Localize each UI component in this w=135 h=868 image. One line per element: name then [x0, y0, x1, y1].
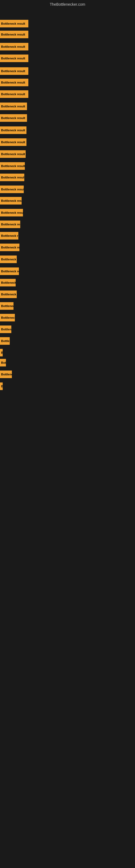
- bar-row: Bottleneck result: [0, 114, 135, 122]
- bottleneck-bar: Bottleneck result: [0, 79, 28, 86]
- bar-row: Bottleneck result: [0, 290, 135, 298]
- bar-label: Bottleneck result: [1, 188, 24, 191]
- bar-row: Bottleneck result: [0, 162, 135, 170]
- bottleneck-bar: Bottleneck result: [0, 326, 11, 333]
- bar-label: Bottleneck result: [1, 93, 25, 96]
- bottleneck-bar: Bottleneck result: [0, 150, 26, 158]
- bar-label: Bottleneck result: [1, 304, 13, 308]
- bar-row: Bottleneck result: [0, 220, 135, 228]
- bar-label: Bottleneck result: [1, 199, 21, 203]
- bar-label: Bottleneck result: [1, 351, 3, 354]
- bar-label: Bottleneck result: [1, 141, 25, 144]
- bar-row: Bottleneck result: [0, 371, 135, 378]
- bottleneck-bar: Bottleneck result: [0, 359, 6, 367]
- bottleneck-bar: Bottleneck result: [0, 162, 25, 170]
- bar-label: Bottleneck result: [1, 176, 24, 179]
- bottleneck-bar: Bottleneck result: [0, 186, 24, 193]
- bar-row: Bottleneck result: [0, 79, 135, 86]
- bar-row: Bottleneck result: [0, 90, 135, 98]
- bottleneck-bar: Bottleneck result: [0, 232, 18, 240]
- bar-row: Bottleneck result: [0, 102, 135, 110]
- bottleneck-bar: Bottleneck result: [0, 290, 17, 298]
- bottleneck-bar: Bottleneck result: [0, 114, 27, 122]
- bar-row: Bottleneck result: [0, 174, 135, 181]
- bars-container: Bottleneck resultBottleneck resultBottle…: [0, 16, 135, 868]
- bar-label: Bottleneck result: [1, 57, 25, 60]
- bar-label: Bottleneck result: [1, 164, 25, 167]
- bottleneck-bar: Bottleneck result: [0, 314, 15, 321]
- bar-row: Bottleneck result: [0, 314, 135, 321]
- bar-row: Bottleneck result: [0, 382, 135, 390]
- bar-row: Bottleneck result: [0, 232, 135, 240]
- bar-row: Bottleneck result: [0, 67, 135, 75]
- bar-label: Bottleneck result: [1, 384, 3, 388]
- bottleneck-bar: Bottleneck result: [0, 349, 3, 356]
- bar-row: Bottleneck result: [0, 349, 135, 356]
- bar-label: Bottleneck result: [1, 281, 16, 284]
- bar-row: Bottleneck result: [0, 186, 135, 193]
- bottleneck-bar: Bottleneck result: [0, 255, 17, 263]
- bar-row: Bottleneck result: [0, 138, 135, 146]
- bottleneck-bar: Bottleneck result: [0, 302, 13, 310]
- bar-row: Bottleneck result: [0, 150, 135, 158]
- bar-label: Bottleneck result: [1, 81, 25, 84]
- bar-label: Bottleneck result: [1, 45, 25, 48]
- bar-label: Bottleneck result: [1, 339, 10, 343]
- bar-label: Bottleneck result: [1, 361, 6, 364]
- bar-label: Bottleneck result: [1, 234, 18, 237]
- bar-label: Bottleneck result: [1, 328, 11, 331]
- bar-row: Bottleneck result: [0, 255, 135, 263]
- bottleneck-bar: Bottleneck result: [0, 67, 28, 75]
- bottleneck-bar: Bottleneck result: [0, 174, 24, 181]
- bar-label: Bottleneck result: [1, 33, 25, 36]
- bottleneck-bar: Bottleneck result: [0, 90, 28, 98]
- bar-label: Bottleneck result: [1, 258, 17, 261]
- bottleneck-bar: Bottleneck result: [0, 43, 28, 51]
- bar-row: Bottleneck result: [0, 126, 135, 134]
- bar-label: Bottleneck result: [1, 373, 12, 376]
- bar-label: Bottleneck result: [1, 293, 17, 296]
- bar-label: Bottleneck result: [1, 116, 25, 120]
- bar-row: Bottleneck result: [0, 244, 135, 251]
- bottleneck-bar: Bottleneck result: [0, 244, 19, 251]
- bottleneck-bar: Bottleneck result: [0, 197, 21, 205]
- bar-label: Bottleneck result: [1, 223, 20, 226]
- bar-row: Bottleneck result: [0, 43, 135, 51]
- bar-label: Bottleneck result: [1, 105, 25, 108]
- bar-row: Bottleneck result: [0, 31, 135, 38]
- bar-row: Bottleneck result: [0, 55, 135, 62]
- bottleneck-bar: Bottleneck result: [0, 209, 23, 216]
- bottleneck-bar: Bottleneck result: [0, 371, 12, 378]
- bar-label: Bottleneck result: [1, 69, 25, 73]
- bar-row: Bottleneck result: [0, 337, 135, 345]
- bottleneck-bar: Bottleneck result: [0, 279, 16, 286]
- bar-label: Bottleneck result: [1, 270, 19, 273]
- site-title: TheBottlenecker.com: [0, 0, 135, 8]
- bar-row: Bottleneck result: [0, 268, 135, 275]
- bottleneck-bar: Bottleneck result: [0, 126, 27, 134]
- bottleneck-bar: Bottleneck result: [0, 337, 10, 345]
- bar-row: Bottleneck result: [0, 20, 135, 27]
- bottleneck-bar: Bottleneck result: [0, 382, 3, 390]
- bottleneck-bar: Bottleneck result: [0, 55, 28, 62]
- bottleneck-bar: Bottleneck result: [0, 20, 28, 27]
- bar-label: Bottleneck result: [1, 211, 23, 214]
- bar-row: Bottleneck result: [0, 359, 135, 367]
- bar-row: Bottleneck result: [0, 209, 135, 216]
- bottleneck-bar: Bottleneck result: [0, 220, 20, 228]
- bar-row: Bottleneck result: [0, 197, 135, 205]
- bar-row: Bottleneck result: [0, 326, 135, 333]
- bar-row: Bottleneck result: [0, 279, 135, 286]
- bottleneck-bar: Bottleneck result: [0, 102, 27, 110]
- bar-label: Bottleneck result: [1, 129, 25, 132]
- bottleneck-bar: Bottleneck result: [0, 31, 28, 38]
- bottleneck-bar: Bottleneck result: [0, 268, 19, 275]
- bottleneck-bar: Bottleneck result: [0, 138, 27, 146]
- bar-label: Bottleneck result: [1, 316, 15, 319]
- bar-label: Bottleneck result: [1, 22, 25, 25]
- bar-label: Bottleneck result: [1, 152, 25, 156]
- bar-row: Bottleneck result: [0, 302, 135, 310]
- bar-label: Bottleneck result: [1, 246, 19, 249]
